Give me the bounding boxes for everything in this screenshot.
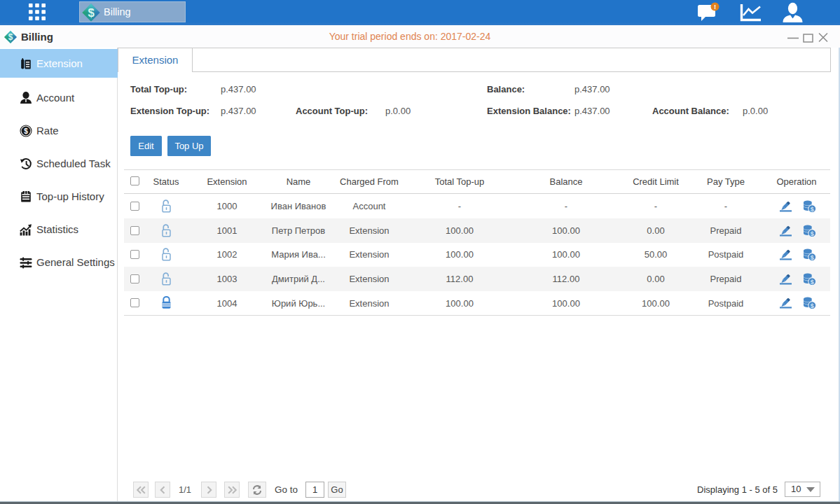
svg-text:$: $ (811, 205, 814, 212)
svg-text:$: $ (811, 253, 814, 260)
svg-text:$: $ (24, 127, 28, 134)
svg-text:!: ! (714, 3, 716, 10)
svg-text:$: $ (811, 230, 814, 237)
svg-text:$: $ (8, 32, 13, 42)
svg-text:$: $ (811, 278, 814, 285)
svg-text:$: $ (88, 6, 94, 20)
svg-text:$: $ (811, 302, 814, 309)
